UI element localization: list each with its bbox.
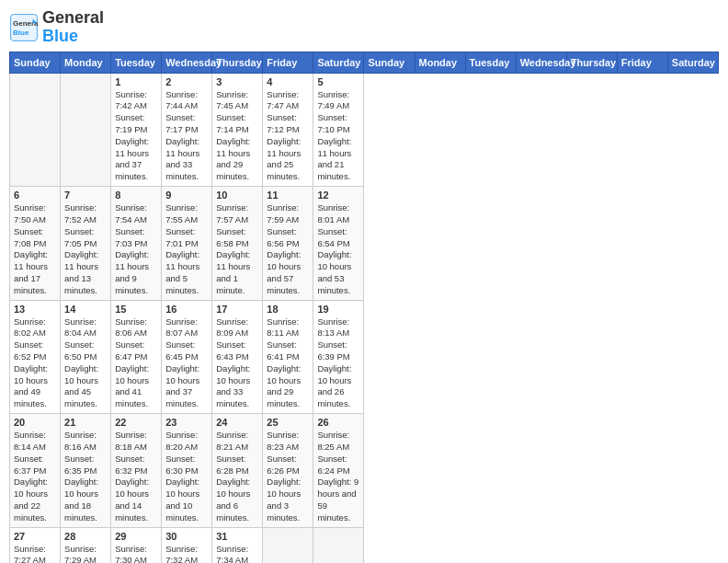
day-info: Sunrise: 7:57 AM Sunset: 6:58 PM Dayligh…	[216, 202, 258, 297]
day-info: Sunrise: 8:04 AM Sunset: 6:50 PM Dayligh…	[64, 316, 107, 411]
weekday-header: Friday	[617, 52, 667, 73]
day-number: 7	[64, 190, 107, 201]
calendar-week: 1Sunrise: 7:42 AM Sunset: 7:19 PM Daylig…	[10, 73, 719, 187]
day-number: 8	[115, 190, 157, 201]
day-info: Sunrise: 8:07 AM Sunset: 6:45 PM Dayligh…	[165, 316, 208, 411]
calendar-table: SundayMondayTuesdayWednesdayThursdayFrid…	[9, 52, 719, 563]
day-info: Sunrise: 7:34 AM Sunset: 5:15 PM Dayligh…	[216, 544, 258, 563]
day-info: Sunrise: 7:44 AM Sunset: 7:17 PM Dayligh…	[165, 89, 208, 184]
day-number: 17	[216, 304, 258, 315]
calendar-day: 19Sunrise: 8:13 AM Sunset: 6:39 PM Dayli…	[313, 300, 364, 414]
calendar-day: 20Sunrise: 8:14 AM Sunset: 6:37 PM Dayli…	[10, 414, 61, 528]
weekday-header: Wednesday	[162, 52, 212, 73]
day-number: 30	[165, 531, 208, 542]
page-header: General Blue General Blue	[9, 9, 719, 46]
day-number: 27	[14, 531, 56, 542]
calendar-day: 24Sunrise: 8:21 AM Sunset: 6:28 PM Dayli…	[212, 414, 263, 528]
day-number: 3	[216, 76, 258, 87]
day-number: 25	[267, 417, 309, 428]
day-info: Sunrise: 8:01 AM Sunset: 6:54 PM Dayligh…	[317, 202, 359, 297]
weekday-header: Tuesday	[465, 52, 516, 73]
day-number: 24	[216, 417, 258, 428]
day-number: 28	[64, 531, 107, 542]
day-number: 13	[14, 304, 56, 315]
calendar-day: 28Sunrise: 7:29 AM Sunset: 5:20 PM Dayli…	[61, 527, 111, 563]
logo-icon: General Blue	[9, 13, 39, 42]
day-number: 31	[216, 531, 258, 542]
day-number: 2	[165, 76, 208, 87]
calendar-day: 3Sunrise: 7:45 AM Sunset: 7:14 PM Daylig…	[212, 73, 263, 187]
day-info: Sunrise: 8:21 AM Sunset: 6:28 PM Dayligh…	[216, 430, 258, 524]
day-info: Sunrise: 8:06 AM Sunset: 6:47 PM Dayligh…	[115, 316, 157, 411]
svg-text:Blue: Blue	[13, 29, 29, 37]
header-row: SundayMondayTuesdayWednesdayThursdayFrid…	[10, 52, 719, 73]
day-number: 19	[317, 304, 359, 315]
weekday-header: Friday	[263, 52, 313, 73]
day-info: Sunrise: 7:29 AM Sunset: 5:20 PM Dayligh…	[64, 544, 107, 563]
calendar-day: 4Sunrise: 7:47 AM Sunset: 7:12 PM Daylig…	[263, 73, 313, 187]
calendar-week: 13Sunrise: 8:02 AM Sunset: 6:52 PM Dayli…	[10, 300, 719, 414]
day-number: 23	[165, 417, 208, 428]
day-info: Sunrise: 8:13 AM Sunset: 6:39 PM Dayligh…	[317, 316, 359, 411]
calendar-day: 25Sunrise: 8:23 AM Sunset: 6:26 PM Dayli…	[263, 414, 313, 528]
calendar-week: 6Sunrise: 7:50 AM Sunset: 7:08 PM Daylig…	[10, 187, 719, 301]
day-number: 26	[317, 417, 359, 428]
day-info: Sunrise: 7:49 AM Sunset: 7:10 PM Dayligh…	[317, 89, 359, 184]
day-info: Sunrise: 7:50 AM Sunset: 7:08 PM Dayligh…	[14, 202, 56, 297]
day-info: Sunrise: 7:42 AM Sunset: 7:19 PM Dayligh…	[115, 89, 157, 184]
calendar-day: 15Sunrise: 8:06 AM Sunset: 6:47 PM Dayli…	[111, 300, 162, 414]
weekday-header: Saturday	[667, 52, 718, 73]
day-info: Sunrise: 7:47 AM Sunset: 7:12 PM Dayligh…	[267, 89, 309, 184]
day-number: 20	[14, 417, 56, 428]
calendar-day: 6Sunrise: 7:50 AM Sunset: 7:08 PM Daylig…	[10, 187, 61, 301]
day-info: Sunrise: 7:45 AM Sunset: 7:14 PM Dayligh…	[216, 89, 258, 184]
day-info: Sunrise: 7:27 AM Sunset: 5:22 PM Dayligh…	[14, 544, 56, 563]
calendar-day: 22Sunrise: 8:18 AM Sunset: 6:32 PM Dayli…	[111, 414, 162, 528]
calendar-day: 27Sunrise: 7:27 AM Sunset: 5:22 PM Dayli…	[10, 527, 61, 563]
calendar-day: 26Sunrise: 8:25 AM Sunset: 6:24 PM Dayli…	[313, 414, 364, 528]
calendar-day: 29Sunrise: 7:30 AM Sunset: 5:19 PM Dayli…	[111, 527, 162, 563]
calendar-day: 16Sunrise: 8:07 AM Sunset: 6:45 PM Dayli…	[162, 300, 212, 414]
day-number: 21	[64, 417, 107, 428]
day-info: Sunrise: 7:30 AM Sunset: 5:19 PM Dayligh…	[115, 544, 157, 563]
calendar-day: 30Sunrise: 7:32 AM Sunset: 5:17 PM Dayli…	[162, 527, 212, 563]
day-info: Sunrise: 8:16 AM Sunset: 6:35 PM Dayligh…	[64, 430, 107, 524]
calendar-day: 21Sunrise: 8:16 AM Sunset: 6:35 PM Dayli…	[61, 414, 111, 528]
day-number: 16	[165, 304, 208, 315]
logo-text: General Blue	[42, 9, 104, 46]
calendar-day	[10, 73, 61, 187]
weekday-header: Monday	[61, 52, 111, 73]
day-number: 6	[14, 190, 56, 201]
logo: General Blue General Blue	[9, 9, 104, 46]
calendar-day: 13Sunrise: 8:02 AM Sunset: 6:52 PM Dayli…	[10, 300, 61, 414]
calendar-day: 14Sunrise: 8:04 AM Sunset: 6:50 PM Dayli…	[61, 300, 111, 414]
weekday-header: Monday	[415, 52, 465, 73]
day-number: 12	[317, 190, 359, 201]
weekday-header: Wednesday	[516, 52, 566, 73]
weekday-header: Sunday	[364, 52, 415, 73]
calendar-day: 10Sunrise: 7:57 AM Sunset: 6:58 PM Dayli…	[212, 187, 263, 301]
weekday-header: Thursday	[566, 52, 617, 73]
day-info: Sunrise: 7:55 AM Sunset: 7:01 PM Dayligh…	[165, 202, 208, 297]
calendar-week: 20Sunrise: 8:14 AM Sunset: 6:37 PM Dayli…	[10, 414, 719, 528]
calendar-day: 18Sunrise: 8:11 AM Sunset: 6:41 PM Dayli…	[263, 300, 313, 414]
day-info: Sunrise: 8:20 AM Sunset: 6:30 PM Dayligh…	[165, 430, 208, 524]
calendar-day: 5Sunrise: 7:49 AM Sunset: 7:10 PM Daylig…	[313, 73, 364, 187]
day-info: Sunrise: 8:14 AM Sunset: 6:37 PM Dayligh…	[14, 430, 56, 524]
calendar-day: 8Sunrise: 7:54 AM Sunset: 7:03 PM Daylig…	[111, 187, 162, 301]
day-number: 9	[165, 190, 208, 201]
weekday-header: Saturday	[313, 52, 364, 73]
day-info: Sunrise: 8:02 AM Sunset: 6:52 PM Dayligh…	[14, 316, 56, 411]
day-info: Sunrise: 8:11 AM Sunset: 6:41 PM Dayligh…	[267, 316, 309, 411]
calendar-day: 9Sunrise: 7:55 AM Sunset: 7:01 PM Daylig…	[162, 187, 212, 301]
calendar-day	[61, 73, 111, 187]
day-info: Sunrise: 7:32 AM Sunset: 5:17 PM Dayligh…	[165, 544, 208, 563]
day-info: Sunrise: 7:54 AM Sunset: 7:03 PM Dayligh…	[115, 202, 157, 297]
day-number: 5	[317, 76, 359, 87]
weekday-header: Tuesday	[111, 52, 162, 73]
calendar-day: 7Sunrise: 7:52 AM Sunset: 7:05 PM Daylig…	[61, 187, 111, 301]
day-info: Sunrise: 8:09 AM Sunset: 6:43 PM Dayligh…	[216, 316, 258, 411]
day-info: Sunrise: 8:23 AM Sunset: 6:26 PM Dayligh…	[267, 430, 309, 524]
day-number: 15	[115, 304, 157, 315]
calendar-day: 31Sunrise: 7:34 AM Sunset: 5:15 PM Dayli…	[212, 527, 263, 563]
